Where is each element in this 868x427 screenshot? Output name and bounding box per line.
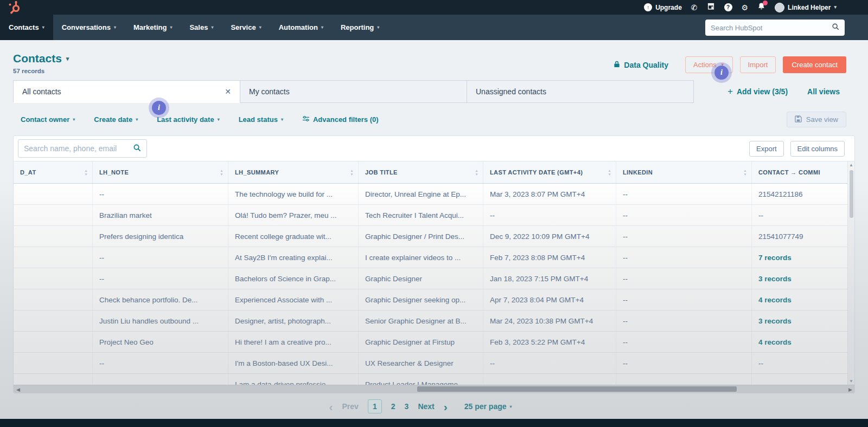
table-search-input[interactable] bbox=[24, 144, 124, 153]
export-button[interactable]: Export bbox=[749, 141, 784, 157]
tab-my-contacts[interactable]: My contacts bbox=[240, 80, 467, 103]
notifications-bell-icon[interactable] bbox=[757, 2, 765, 12]
nav-item-service[interactable]: Service▾ bbox=[222, 15, 270, 40]
sort-icon[interactable]: ▲▼ bbox=[220, 169, 224, 176]
associated-records-link[interactable]: 7 records bbox=[752, 247, 854, 268]
table-row[interactable]: --Bachelors of Science in Grap...Graphic… bbox=[14, 268, 854, 289]
sort-icon[interactable]: ▲▼ bbox=[84, 169, 88, 176]
column-header-lh-note[interactable]: LH_NOTE▲▼ bbox=[93, 161, 228, 183]
table-cell: I am a data-driven professio... bbox=[228, 374, 359, 386]
table-row[interactable]: --I am a data-driven professio...Product… bbox=[14, 374, 854, 386]
views-links: + Add view (3/5) All views bbox=[727, 80, 840, 103]
table-row[interactable]: Check behance portfolio. De...Experience… bbox=[14, 289, 854, 310]
global-search-input[interactable] bbox=[711, 24, 819, 32]
edit-columns-button[interactable]: Edit columns bbox=[790, 141, 845, 157]
horizontal-scroll-thumb[interactable] bbox=[417, 386, 737, 392]
table-row[interactable]: Justin Liu handles outbound ...Designer,… bbox=[14, 310, 854, 332]
page-number-2[interactable]: 2 bbox=[391, 402, 395, 411]
vertical-scrollbar[interactable]: ▲ ▼ bbox=[847, 161, 854, 385]
info-badge[interactable]: i bbox=[714, 66, 729, 80]
filter-contact-owner[interactable]: Contact owner▾ bbox=[21, 115, 75, 124]
hubspot-logo-icon[interactable] bbox=[8, 1, 22, 15]
filter-last-activity-date[interactable]: Last activity date▾ bbox=[157, 115, 220, 124]
table-row[interactable]: --At Say2B I'm creating explai...I creat… bbox=[14, 247, 854, 268]
all-views-link[interactable]: All views bbox=[807, 87, 840, 96]
help-icon[interactable]: ? bbox=[724, 3, 732, 11]
settings-gear-icon[interactable]: ⚙ bbox=[742, 4, 749, 11]
table-row[interactable]: Project Neo GeoHi there! I am a creative… bbox=[14, 332, 854, 353]
scroll-right-icon[interactable]: ▶ bbox=[848, 385, 852, 393]
page-number-1[interactable]: 1 bbox=[368, 399, 382, 413]
table-row[interactable]: Prefers designing identicaRecent college… bbox=[14, 226, 854, 247]
table-row[interactable]: Brazilian marketOlá! Tudo bem? Prazer, m… bbox=[14, 205, 854, 226]
scroll-down-icon[interactable]: ▼ bbox=[848, 379, 854, 384]
sort-icon[interactable]: ▲▼ bbox=[608, 169, 611, 176]
next-button[interactable]: Next bbox=[418, 402, 434, 411]
save-icon bbox=[795, 115, 802, 124]
scroll-up-icon[interactable]: ▲ bbox=[848, 163, 854, 167]
prev-button[interactable]: Prev bbox=[342, 402, 358, 411]
sort-icon[interactable]: ▲▼ bbox=[475, 169, 478, 176]
chevron-down-icon: ▾ bbox=[834, 5, 837, 10]
next-chevron-icon[interactable]: › bbox=[444, 401, 448, 412]
filter-lead-status[interactable]: Lead status▾ bbox=[239, 115, 283, 124]
import-button[interactable]: Import bbox=[740, 56, 776, 73]
associated-records-link[interactable]: 4 records bbox=[752, 289, 854, 310]
table-cell: -- bbox=[93, 247, 228, 268]
tab-unassigned-contacts[interactable]: Unassigned contacts bbox=[467, 80, 694, 103]
upgrade-button[interactable]: ↑ Upgrade bbox=[644, 3, 682, 11]
sort-icon[interactable]: ▲▼ bbox=[743, 169, 747, 176]
table-cell: -- bbox=[616, 268, 752, 289]
close-icon[interactable]: ✕ bbox=[225, 87, 231, 96]
table-cell: Hi there! I am a creative pro... bbox=[228, 332, 359, 352]
column-header-lh-summary[interactable]: LH_SUMMARY▲▼ bbox=[228, 161, 359, 183]
page-title[interactable]: Contacts ▾ bbox=[13, 52, 69, 65]
chevron-down-icon: ▾ bbox=[66, 55, 69, 62]
filter-create-date[interactable]: Create date▾ bbox=[94, 115, 138, 124]
horizontal-scrollbar[interactable]: ◀ ▶ bbox=[14, 385, 854, 393]
table-header: D_AT▲▼LH_NOTE▲▼LH_SUMMARY▲▼JOB TITLE▲▼LA… bbox=[14, 161, 854, 184]
advanced-filters-link[interactable]: Advanced filters (0) bbox=[302, 115, 379, 124]
per-page-selector[interactable]: 25 per page ▾ bbox=[464, 402, 512, 411]
save-view-button[interactable]: Save view bbox=[787, 112, 846, 127]
nav-item-automation[interactable]: Automation▾ bbox=[270, 15, 332, 40]
chevron-down-icon: ▾ bbox=[321, 25, 323, 30]
column-header-last-activity-date-gmt-4-[interactable]: LAST ACTIVITY DATE (GMT+4)▲▼ bbox=[483, 161, 616, 183]
create-contact-button[interactable]: Create contact bbox=[783, 56, 846, 73]
info-badge[interactable]: i bbox=[152, 101, 166, 115]
column-header-contact-commi[interactable]: CONTACT → COMMI▲▼ bbox=[752, 161, 855, 183]
calling-icon[interactable]: ✆ bbox=[691, 4, 698, 11]
pagination: ‹ Prev 123 Next › 25 per page ▾ bbox=[0, 398, 854, 415]
nav-item-conversations[interactable]: Conversations▾ bbox=[53, 15, 125, 40]
sort-icon[interactable]: ▲▼ bbox=[350, 169, 354, 176]
add-view-link[interactable]: + Add view (3/5) bbox=[727, 86, 788, 97]
table-cell: -- bbox=[616, 184, 752, 204]
table-row[interactable]: --The technology we build for ...Directo… bbox=[14, 184, 854, 205]
scroll-left-icon[interactable]: ◀ bbox=[16, 385, 20, 393]
associated-records-link[interactable]: 4 records bbox=[752, 332, 854, 352]
associated-records-link[interactable]: 3 records bbox=[752, 310, 854, 331]
table-cell: Graphic Designer at Firstup bbox=[359, 332, 483, 352]
nav-item-contacts[interactable]: Contacts▾ bbox=[0, 15, 53, 40]
table-cell: Graphic Designer seeking op... bbox=[359, 289, 483, 310]
nav-item-sales[interactable]: Sales▾ bbox=[181, 15, 222, 40]
global-search[interactable] bbox=[705, 20, 845, 36]
table-cell: Experienced Associate with ... bbox=[228, 289, 359, 310]
table-row[interactable]: --I'm a Boston-based UX Desi...UX Resear… bbox=[14, 353, 854, 374]
vertical-scroll-thumb[interactable] bbox=[850, 170, 853, 218]
column-header-linkedin[interactable]: LINKEDIN▲▼ bbox=[616, 161, 752, 183]
table-cell: Apr 7, 2023 8:04 PM GMT+4 bbox=[483, 289, 616, 310]
table-cell: -- bbox=[483, 205, 616, 225]
nav-item-reporting[interactable]: Reporting▾ bbox=[332, 15, 388, 40]
account-menu[interactable]: Linked Helper ▾ bbox=[775, 3, 837, 12]
prev-chevron-icon[interactable]: ‹ bbox=[329, 401, 333, 412]
data-quality-link[interactable]: Data Quality bbox=[614, 61, 668, 69]
tab-all-contacts[interactable]: All contacts ✕ bbox=[13, 80, 240, 103]
marketplace-icon[interactable] bbox=[707, 2, 715, 12]
associated-records-link[interactable]: 3 records bbox=[752, 268, 854, 289]
page-number-3[interactable]: 3 bbox=[405, 402, 409, 411]
column-header-job-title[interactable]: JOB TITLE▲▼ bbox=[359, 161, 483, 183]
nav-item-marketing[interactable]: Marketing▾ bbox=[125, 15, 181, 40]
column-header-d-at[interactable]: D_AT▲▼ bbox=[14, 161, 93, 183]
table-search[interactable] bbox=[18, 139, 147, 158]
